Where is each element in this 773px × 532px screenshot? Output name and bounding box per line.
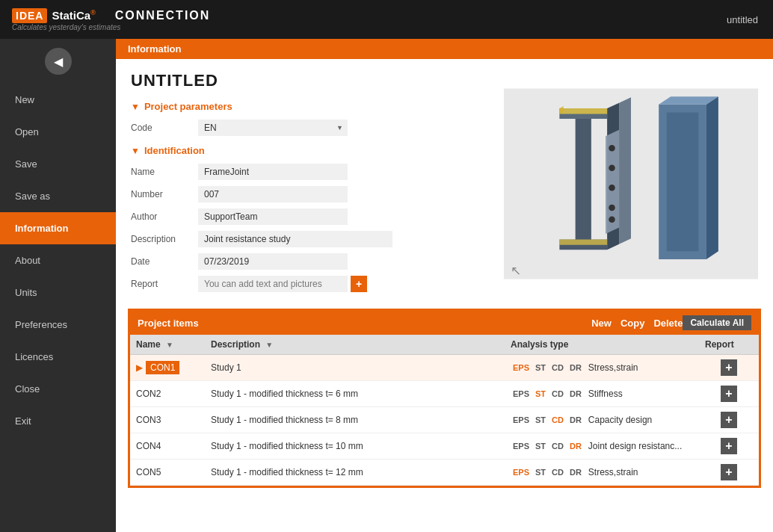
col-header-name: Name ▼ bbox=[130, 335, 205, 355]
analysis-tag: EPS bbox=[511, 362, 532, 373]
svg-marker-8 bbox=[706, 96, 718, 259]
description-row: Description bbox=[131, 229, 489, 249]
model-3d-svg: ↖ bbox=[504, 71, 758, 297]
analysis-tag: EPS bbox=[511, 467, 532, 477]
description-field[interactable] bbox=[198, 231, 392, 247]
sidebar-item-units[interactable]: Units bbox=[0, 276, 116, 309]
name-label: Name bbox=[131, 167, 198, 177]
svg-point-16 bbox=[609, 185, 615, 191]
sidebar-item-information[interactable]: Information bbox=[0, 212, 116, 244]
analysis-tag: ST bbox=[533, 389, 548, 399]
identification-collapse-icon[interactable]: ▼ bbox=[131, 146, 140, 156]
sidebar-item-open[interactable]: Open bbox=[0, 116, 116, 148]
info-bar: Information bbox=[116, 39, 773, 59]
number-row: Number bbox=[131, 185, 489, 204]
author-field[interactable] bbox=[198, 208, 348, 225]
report-add-button[interactable]: + bbox=[351, 276, 367, 292]
row-analysis-cell: EPSSTCDDRStiffness bbox=[505, 381, 699, 407]
svg-text:↖: ↖ bbox=[511, 264, 521, 278]
name-row: Name bbox=[131, 162, 489, 182]
analysis-tag: DR bbox=[567, 389, 584, 399]
code-row: Code EN US AU bbox=[131, 118, 489, 137]
analysis-label: Stiffness bbox=[588, 389, 623, 399]
analysis-tag: CD bbox=[549, 441, 566, 451]
table-header-bar: Project items New Copy Delete Calculate … bbox=[130, 311, 759, 335]
identification-title: Identification bbox=[144, 145, 205, 156]
date-label: Date bbox=[131, 256, 198, 267]
analysis-tag: CD bbox=[549, 467, 566, 477]
analysis-tag: DR bbox=[567, 441, 584, 451]
add-report-button[interactable]: + bbox=[721, 464, 737, 480]
svg-point-14 bbox=[609, 145, 615, 152]
table-actions: New Copy Delete bbox=[591, 318, 683, 329]
desc-sort-icon[interactable]: ▼ bbox=[265, 341, 273, 349]
row-name-selected: CON1 bbox=[146, 361, 179, 374]
row-desc-cell: Study 1 - modified thickness t= 12 mm bbox=[205, 460, 505, 486]
analysis-tag: CD bbox=[549, 362, 566, 373]
project-items-title: Project items bbox=[138, 318, 591, 329]
date-field[interactable] bbox=[198, 253, 348, 270]
analysis-tag: EPS bbox=[511, 441, 532, 451]
add-report-button[interactable]: + bbox=[721, 359, 737, 376]
svg-point-18 bbox=[609, 217, 615, 223]
svg-marker-10 bbox=[559, 108, 607, 114]
report-row: Report + bbox=[131, 274, 489, 294]
name-field[interactable] bbox=[198, 164, 348, 180]
analysis-tag: ST bbox=[533, 362, 548, 373]
number-field[interactable] bbox=[198, 186, 348, 202]
analysis-tag: EPS bbox=[511, 389, 532, 399]
sidebar-item-about[interactable]: About bbox=[0, 244, 116, 276]
row-id: CON3 bbox=[136, 415, 161, 425]
module-label: CONNECTION bbox=[115, 9, 211, 22]
collapse-icon[interactable]: ▼ bbox=[131, 102, 140, 112]
sidebar-item-save[interactable]: Save bbox=[0, 148, 116, 180]
form-area: UNTITLED ▼ Project parameters Code EN bbox=[131, 71, 489, 297]
project-parameters-title: Project parameters bbox=[144, 101, 232, 112]
logo-idea-badge: IDEA bbox=[12, 8, 47, 23]
analysis-tag: EPS bbox=[511, 415, 532, 425]
analysis-tag: CD bbox=[549, 389, 566, 399]
back-button[interactable]: ◀ bbox=[45, 48, 72, 75]
row-report-cell: + bbox=[699, 381, 759, 407]
code-select-wrapper: EN US AU bbox=[198, 120, 348, 136]
sidebar-item-exit[interactable]: Exit bbox=[0, 405, 116, 437]
row-analysis-cell: EPSSTCDDRStress,strain bbox=[505, 460, 699, 486]
sidebar-item-new[interactable]: New bbox=[0, 84, 116, 116]
analysis-tag: ST bbox=[533, 467, 548, 477]
analysis-tag: DR bbox=[567, 362, 584, 373]
logo-area: IDEA StatiCa® CONNECTION Calculates yest… bbox=[12, 8, 210, 31]
sidebar-item-save-as[interactable]: Save as bbox=[0, 180, 116, 212]
date-row: Date bbox=[131, 252, 489, 271]
table-row[interactable]: CON5Study 1 - modified thickness t= 12 m… bbox=[130, 460, 759, 486]
sidebar-item-preferences[interactable]: Preferences bbox=[0, 309, 116, 341]
identification-header: ▼ Identification bbox=[131, 145, 489, 156]
name-sort-icon[interactable]: ▼ bbox=[166, 341, 173, 349]
sidebar-item-licences[interactable]: Licences bbox=[0, 341, 116, 373]
analysis-tag: ST bbox=[533, 415, 548, 425]
col-header-desc: Description ▼ bbox=[205, 335, 505, 355]
table-row[interactable]: CON2Study 1 - modified thickness t= 6 mm… bbox=[130, 381, 759, 407]
table-row[interactable]: CON3Study 1 - modified thickness t= 8 mm… bbox=[130, 407, 759, 433]
add-report-button[interactable]: + bbox=[721, 438, 737, 454]
copy-item-button[interactable]: Copy bbox=[620, 318, 645, 329]
analysis-tag: DR bbox=[567, 415, 584, 425]
table-row[interactable]: CON4Study 1 - modified thickness t= 10 m… bbox=[130, 433, 759, 460]
new-item-button[interactable]: New bbox=[591, 318, 612, 329]
row-name-cell: ▶CON1 bbox=[130, 355, 205, 381]
svg-marker-9 bbox=[667, 112, 699, 251]
sidebar-item-close[interactable]: Close bbox=[0, 373, 116, 405]
add-report-button[interactable]: + bbox=[721, 412, 737, 428]
report-field[interactable] bbox=[198, 276, 348, 292]
table-header-row: Name ▼ Description ▼ Analysis type bbox=[130, 335, 759, 355]
row-analysis-cell: EPSSTCDDRCapacity design bbox=[505, 407, 699, 433]
logo-text: IDEA StatiCa® CONNECTION bbox=[12, 8, 210, 23]
calculate-all-button[interactable]: Calculate All bbox=[683, 315, 751, 330]
code-select[interactable]: EN US AU bbox=[198, 120, 348, 136]
add-report-button[interactable]: + bbox=[721, 386, 737, 402]
row-id: CON5 bbox=[136, 467, 161, 477]
table-row[interactable]: ▶CON1Study 1EPSSTCDDRStress,strain+ bbox=[130, 355, 759, 381]
report-label: Report bbox=[131, 279, 198, 289]
expand-icon[interactable]: ▶ bbox=[136, 362, 143, 373]
code-label: Code bbox=[131, 123, 198, 133]
delete-item-button[interactable]: Delete bbox=[653, 318, 683, 329]
